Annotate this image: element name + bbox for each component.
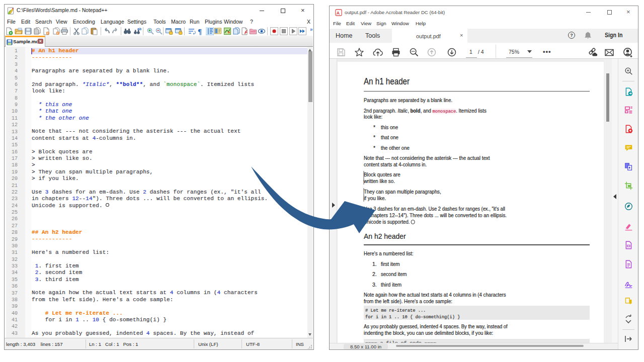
- svg-text:A: A: [337, 11, 340, 16]
- svg-text:¶: ¶: [198, 28, 202, 36]
- svg-text:ab: ab: [137, 27, 141, 31]
